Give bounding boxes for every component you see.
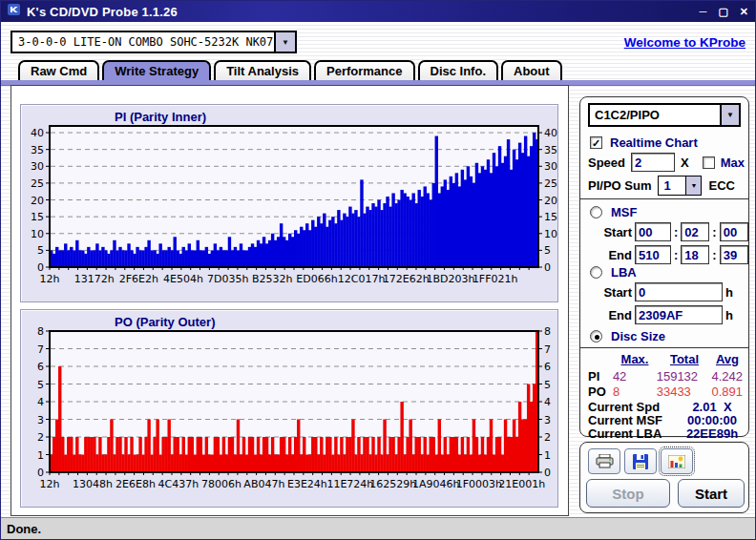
chevron-down-icon[interactable]: ▼ bbox=[685, 177, 701, 195]
svg-text:0: 0 bbox=[544, 261, 551, 274]
po-total: 33433 bbox=[657, 384, 712, 399]
lba-start-input[interactable] bbox=[635, 282, 723, 301]
speed-input[interactable] bbox=[631, 153, 675, 172]
svg-text:4: 4 bbox=[544, 396, 551, 408]
svg-text:12C017h: 12C017h bbox=[338, 273, 386, 285]
po-max: 8 bbox=[613, 384, 657, 399]
max-checkbox[interactable] bbox=[703, 156, 715, 169]
current-lba-label: Current LBA bbox=[588, 426, 682, 441]
save-button[interactable] bbox=[624, 448, 657, 474]
po-chart: PO (Parity Outer) 00112233445566778812h1… bbox=[20, 309, 558, 508]
svg-text:1F0003h: 1F0003h bbox=[456, 478, 502, 490]
msf-end-min[interactable] bbox=[635, 245, 671, 264]
svg-text:7: 7 bbox=[37, 343, 44, 356]
svg-text:5: 5 bbox=[37, 379, 44, 391]
lba-radio[interactable] bbox=[590, 266, 602, 279]
pi-total: 159132 bbox=[657, 369, 712, 384]
svg-text:15: 15 bbox=[31, 211, 44, 223]
realtime-chart-checkbox[interactable]: ✓ bbox=[590, 136, 602, 149]
msf-start-frame[interactable] bbox=[720, 222, 748, 241]
status-bar: Done. bbox=[1, 517, 755, 539]
svg-text:E3E24h: E3E24h bbox=[287, 478, 327, 490]
stats-po-row: PO 8 33433 0.891 bbox=[588, 384, 743, 399]
stop-button[interactable]: Stop bbox=[586, 479, 670, 508]
close-icon[interactable]: ✕ bbox=[740, 2, 748, 21]
svg-text:35: 35 bbox=[544, 144, 557, 156]
svg-text:7D035h: 7D035h bbox=[207, 273, 248, 285]
svg-text:2: 2 bbox=[37, 431, 44, 444]
pipo-sum-select[interactable]: 1 ▼ bbox=[658, 176, 702, 196]
msf-label: MSF bbox=[611, 205, 637, 219]
svg-text:1FF021h: 1FF021h bbox=[472, 273, 518, 285]
current-speed-label: Current Spd bbox=[588, 400, 682, 414]
svg-text:13048h: 13048h bbox=[73, 478, 113, 490]
divider bbox=[580, 198, 748, 199]
hex-suffix: h bbox=[725, 285, 733, 300]
drive-selector[interactable]: 3-0-0-0 LITE-ON COMBO SOHC-5232K NK07 ▼ bbox=[10, 31, 297, 53]
lba-start-label: Start bbox=[596, 285, 632, 300]
svg-text:7: 7 bbox=[544, 343, 551, 356]
svg-text:6: 6 bbox=[544, 361, 551, 373]
chevron-down-icon[interactable]: ▼ bbox=[274, 32, 295, 52]
svg-text:15: 15 bbox=[544, 211, 557, 223]
chart-image-icon bbox=[668, 455, 685, 468]
svg-text:6: 6 bbox=[37, 361, 44, 373]
msf-start-min[interactable] bbox=[635, 222, 671, 241]
maximize-icon[interactable]: ▢ bbox=[718, 2, 727, 21]
tab-about[interactable]: About bbox=[501, 60, 562, 80]
tab-raw-cmd[interactable]: Raw Cmd bbox=[18, 60, 99, 80]
pipo-sum-value: 1 bbox=[659, 178, 685, 193]
drive-selector-value: 3-0-0-0 LITE-ON COMBO SOHC-5232K NK07 bbox=[12, 35, 274, 49]
svg-text:35: 35 bbox=[31, 144, 44, 156]
svg-text:1: 1 bbox=[37, 449, 44, 462]
tab-bar: Raw Cmd Write Strategy Tilt Analysis Per… bbox=[18, 60, 562, 80]
chevron-down-icon[interactable]: ▼ bbox=[720, 105, 739, 125]
svg-text:3: 3 bbox=[37, 414, 44, 426]
msf-radio[interactable] bbox=[590, 206, 602, 218]
ecc-label: ECC bbox=[708, 178, 734, 193]
minimize-icon[interactable]: ─ bbox=[700, 2, 707, 21]
colon-separator: : bbox=[712, 248, 716, 262]
print-button[interactable] bbox=[588, 448, 620, 474]
svg-text:40: 40 bbox=[31, 127, 44, 139]
realtime-chart-label: Realtime Chart bbox=[610, 135, 698, 150]
start-button[interactable]: Start bbox=[678, 479, 745, 508]
svg-text:ED066h: ED066h bbox=[296, 273, 337, 285]
msf-start-sec[interactable] bbox=[681, 222, 709, 241]
svg-text:1: 1 bbox=[544, 449, 551, 462]
pi-chart: PI (Parity Inner) 0055101015152020252530… bbox=[20, 104, 558, 302]
welcome-link[interactable]: Welcome to KProbe bbox=[624, 35, 746, 50]
mode-select[interactable]: C1C2/PIPO ▼ bbox=[588, 103, 741, 127]
svg-text:3: 3 bbox=[544, 414, 551, 426]
tab-tilt-analysis[interactable]: Tilt Analysis bbox=[214, 60, 311, 80]
tab-disc-info[interactable]: Disc Info. bbox=[418, 60, 499, 80]
printer-icon bbox=[596, 454, 614, 468]
svg-text:40: 40 bbox=[544, 127, 557, 139]
lba-end-input[interactable] bbox=[635, 305, 723, 324]
tab-performance[interactable]: Performance bbox=[314, 60, 414, 80]
disc-size-radio[interactable] bbox=[590, 330, 602, 343]
msf-end-frame[interactable] bbox=[720, 245, 748, 264]
lba-end-label: End bbox=[596, 308, 632, 322]
pi-chart-plot: 0055101015152020252530303535404012h13172… bbox=[21, 105, 557, 301]
colon-separator: : bbox=[674, 225, 678, 239]
chart-image-button[interactable] bbox=[661, 448, 693, 474]
svg-text:5: 5 bbox=[37, 244, 44, 257]
mode-select-value: C1C2/PIPO bbox=[590, 108, 720, 122]
svg-text:5: 5 bbox=[544, 379, 551, 391]
svg-text:10: 10 bbox=[31, 228, 44, 240]
stats-header-max: Max. bbox=[613, 352, 657, 366]
svg-text:12h: 12h bbox=[40, 273, 60, 285]
svg-text:1A9046h: 1A9046h bbox=[412, 478, 460, 490]
pi-avg: 4.242 bbox=[711, 369, 743, 384]
window-body: 3-0-0-0 LITE-ON COMBO SOHC-5232K NK07 ▼ … bbox=[1, 22, 755, 517]
svg-text:25: 25 bbox=[544, 177, 557, 190]
msf-end-sec[interactable] bbox=[681, 245, 709, 264]
status-text: Done. bbox=[7, 522, 41, 536]
svg-text:10: 10 bbox=[544, 228, 557, 240]
tab-write-strategy[interactable]: Write Strategy bbox=[102, 60, 211, 80]
svg-text:AB047h: AB047h bbox=[243, 478, 284, 490]
settings-groupbox: C1C2/PIPO ▼ ✓ Realtime Chart Speed X Max… bbox=[579, 96, 749, 437]
po-chart-plot: 00112233445566778812h13048h2E6E8h4C437h7… bbox=[21, 310, 557, 507]
po-row-label: PO bbox=[588, 384, 613, 399]
